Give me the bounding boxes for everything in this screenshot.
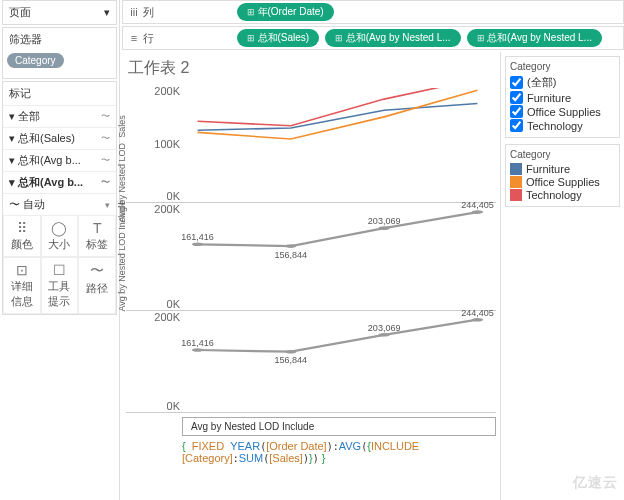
mark-color[interactable]: ⠿颜色 bbox=[3, 215, 41, 257]
category-legend-card: Category FurnitureOffice SuppliesTechnol… bbox=[505, 144, 620, 207]
data-label: 203,069 bbox=[368, 216, 401, 226]
chart-avg-lod-include[interactable]: Avg by Nested LOD Include200K0K161,41615… bbox=[126, 311, 496, 413]
category-legend-title: Category bbox=[510, 149, 615, 160]
filters-shelf[interactable]: 筛选器 Category bbox=[2, 27, 117, 79]
svg-point-0 bbox=[192, 242, 203, 246]
rows-icon: ≡ bbox=[125, 32, 143, 44]
data-label: 244,405 bbox=[461, 200, 494, 210]
path-icon: 〜 bbox=[81, 262, 113, 280]
mark-detail[interactable]: ⊡详细信息 bbox=[3, 257, 41, 314]
svg-point-6 bbox=[379, 333, 390, 336]
svg-point-5 bbox=[285, 350, 296, 353]
marks-sales[interactable]: ▾ 总和(Sales)〜 bbox=[3, 127, 116, 149]
mark-label[interactable]: T标签 bbox=[78, 215, 116, 257]
filter-all[interactable]: (全部) bbox=[510, 75, 615, 90]
marks-all[interactable]: ▾ 全部〜 bbox=[3, 105, 116, 127]
filter-furniture[interactable]: Furniture bbox=[510, 91, 615, 104]
columns-icon: iii bbox=[125, 6, 143, 18]
svg-point-2 bbox=[379, 226, 390, 230]
marks-avg2[interactable]: ▾ 总和(Avg b...〜 bbox=[3, 171, 116, 193]
legend-item[interactable]: Technology bbox=[510, 189, 615, 201]
right-sidebar: Category (全部) Furniture Office Supplies … bbox=[500, 52, 624, 500]
tooltip-icon: ☐ bbox=[44, 262, 76, 278]
data-label: 156,844 bbox=[275, 250, 308, 260]
pages-shelf[interactable]: 页面 ▾ bbox=[2, 0, 117, 25]
svg-point-4 bbox=[192, 348, 203, 351]
main-area: iii 列 年(Order Date) ≡ 行 总和(Sales) 总和(Avg… bbox=[120, 0, 624, 500]
marks-card: 标记 ▾ 全部〜 ▾ 总和(Sales)〜 ▾ 总和(Avg b...〜 ▾ 总… bbox=[2, 81, 117, 315]
data-label: 244,405 bbox=[461, 308, 494, 318]
row-pill-avg1[interactable]: 总和(Avg by Nested L... bbox=[325, 29, 460, 47]
marks-avg1[interactable]: ▾ 总和(Avg b...〜 bbox=[3, 149, 116, 171]
marks-buttons: ⠿颜色 ◯大小 T标签 ⊡详细信息 ☐工具提示 〜路径 bbox=[3, 215, 116, 314]
filter-technology[interactable]: Technology bbox=[510, 119, 615, 132]
rows-label: 行 bbox=[143, 31, 161, 46]
columns-shelf[interactable]: iii 列 年(Order Date) bbox=[122, 0, 624, 24]
chart-sales[interactable]: Sales200K100K0K bbox=[126, 85, 496, 203]
calc-tooltip: Avg by Nested LOD Include bbox=[182, 417, 496, 436]
category-filter-card: Category (全部) Furniture Office Supplies … bbox=[505, 56, 620, 138]
row-pill-avg2[interactable]: 总和(Avg by Nested L... bbox=[467, 29, 602, 47]
rows-shelf[interactable]: ≡ 行 总和(Sales) 总和(Avg by Nested L... 总和(A… bbox=[122, 26, 624, 50]
dropdown-icon: ▾ bbox=[104, 6, 110, 19]
mark-path[interactable]: 〜路径 bbox=[78, 257, 116, 314]
category-filter-title: Category bbox=[510, 61, 615, 72]
label-icon: T bbox=[81, 220, 113, 236]
mark-tooltip[interactable]: ☐工具提示 bbox=[41, 257, 79, 314]
watermark: 亿速云 bbox=[573, 474, 618, 492]
marks-title: 标记 bbox=[3, 82, 116, 105]
left-sidebar: 页面 ▾ 筛选器 Category 标记 ▾ 全部〜 ▾ 总和(Sales)〜 … bbox=[0, 0, 120, 500]
marks-auto[interactable]: 〜 自动▾ bbox=[3, 193, 116, 215]
data-label: 161,416 bbox=[181, 232, 214, 242]
svg-point-3 bbox=[472, 210, 483, 214]
filter-office[interactable]: Office Supplies bbox=[510, 105, 615, 118]
svg-point-1 bbox=[285, 244, 296, 248]
chart-avg-lod[interactable]: Avg by Nested LOD200K0K161,416156,844203… bbox=[126, 203, 496, 311]
row-pill-sales[interactable]: 总和(Sales) bbox=[237, 29, 319, 47]
calc-formula: { FIXED YEAR([Order Date]):AVG({INCLUDE … bbox=[182, 440, 496, 464]
size-icon: ◯ bbox=[44, 220, 76, 236]
color-icon: ⠿ bbox=[6, 220, 38, 236]
detail-icon: ⊡ bbox=[6, 262, 38, 278]
filters-label: 筛选器 bbox=[3, 28, 116, 51]
data-label: 203,069 bbox=[368, 323, 401, 333]
pages-label: 页面 bbox=[9, 5, 31, 20]
columns-label: 列 bbox=[143, 5, 161, 20]
sheet-title: 工作表 2 bbox=[128, 58, 496, 79]
filter-pill-category[interactable]: Category bbox=[7, 53, 64, 68]
legend-item[interactable]: Furniture bbox=[510, 163, 615, 175]
data-label: 161,416 bbox=[181, 338, 214, 348]
svg-point-7 bbox=[472, 318, 483, 321]
mark-size[interactable]: ◯大小 bbox=[41, 215, 79, 257]
col-pill-year[interactable]: 年(Order Date) bbox=[237, 3, 334, 21]
data-label: 156,844 bbox=[275, 355, 308, 365]
legend-item[interactable]: Office Supplies bbox=[510, 176, 615, 188]
chart-area: 工作表 2 Sales200K100K0K Avg by Nested LOD2… bbox=[122, 52, 500, 500]
